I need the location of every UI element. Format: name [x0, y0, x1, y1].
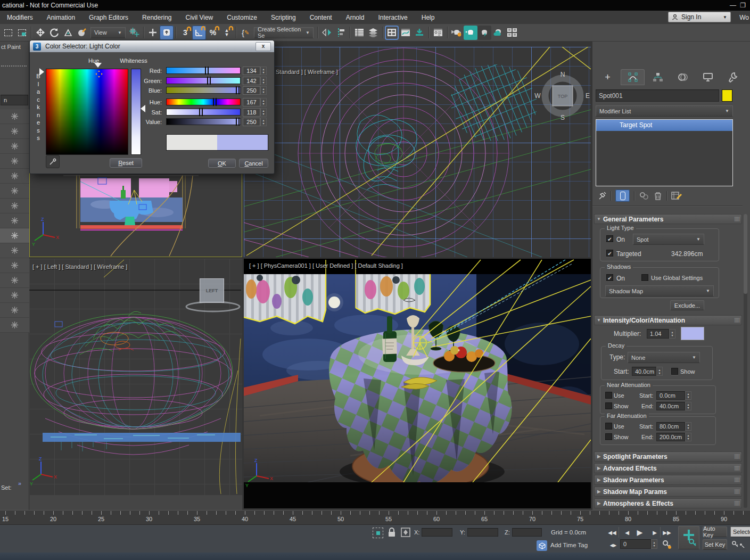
layer-explorer-icon[interactable] — [366, 26, 380, 40]
show-end-result-icon[interactable] — [615, 190, 630, 202]
absolute-mode-icon[interactable] — [400, 527, 411, 538]
sat-value[interactable]: 118 — [243, 108, 260, 117]
angle-snap-icon[interactable] — [192, 26, 206, 40]
minimize-icon[interactable]: — — [730, 0, 736, 11]
key-mode-toggle-icon[interactable] — [662, 540, 672, 549]
menu-content[interactable]: Content — [303, 11, 339, 24]
rollout-general-parameters[interactable]: ▼ General Parameters ⣿⣿ — [594, 214, 742, 224]
current-frame-field[interactable]: 0 — [620, 539, 651, 549]
viewport-label[interactable]: [ + ] [ PhysCamera001 ] [ User Defined ]… — [249, 262, 403, 269]
stack-item-target-spot[interactable]: Target Spot — [596, 120, 732, 131]
viewport-top-wireframe[interactable]: TOP N E S W Standard ] [ Wireframe ] — [244, 47, 591, 257]
drag-grip-icon[interactable]: ⣿⣿ — [734, 217, 739, 221]
near-end-spinner[interactable]: ▴▾ — [685, 402, 691, 410]
expand-arrows-icon[interactable]: » — [18, 480, 21, 487]
red-value[interactable]: 134 — [243, 67, 260, 75]
eyedropper-button[interactable] — [46, 155, 60, 168]
render-production-icon[interactable] — [450, 26, 464, 40]
use-pivot-center-icon[interactable] — [127, 26, 141, 40]
key-filters-icon[interactable] — [731, 540, 745, 549]
menu-interactive[interactable]: Interactive — [371, 11, 414, 24]
set-key-button[interactable]: Set Key — [703, 539, 727, 550]
menu-rendering[interactable]: Rendering — [135, 11, 178, 24]
rollout-advanced-effects[interactable]: ▶Advanced Effects⣿⣿ — [594, 463, 742, 473]
isolate-selection-icon[interactable] — [373, 528, 383, 538]
decay-start-field[interactable]: 40.0cm — [632, 367, 656, 376]
multiplier-spinner[interactable]: ▴▾ — [669, 329, 675, 339]
near-start-spinner[interactable]: ▴▾ — [685, 391, 691, 400]
viewport-camera-rendered[interactable]: ZXY [ + ] [ PhysCamera001 ] [ User Defin… — [244, 259, 591, 508]
dialog-title-bar[interactable]: 3 Color Selector: Light Color x — [30, 40, 274, 52]
hue-spinner[interactable]: ▴▾ — [260, 98, 267, 106]
object-color-swatch[interactable] — [722, 89, 732, 102]
play-icon[interactable]: ▶ — [632, 526, 647, 539]
reference-coordinate-dropdown[interactable]: View ▼ — [90, 27, 126, 38]
far-start-field[interactable]: 80.0cm — [656, 422, 685, 431]
go-to-start-icon[interactable]: ◀◀ — [606, 527, 619, 538]
viewport-left-wireframe[interactable]: ZXY [ + ] [ Left ] [ Standard ] [ Wirefr… — [29, 259, 242, 495]
spinner-snap-icon[interactable]: ▲▼ — [220, 26, 234, 40]
tab-modify[interactable] — [621, 69, 645, 85]
menu-arnold[interactable]: Arnold — [339, 11, 372, 24]
hue-slider[interactable] — [166, 98, 241, 105]
frame-spinner[interactable]: ▴▾ — [651, 539, 657, 549]
time-tag-cube-icon[interactable] — [537, 540, 547, 551]
multiplier-field[interactable]: 1.04 — [647, 329, 669, 339]
add-time-tag-label[interactable]: Add Time Tag — [550, 542, 588, 548]
render-setup-icon[interactable] — [431, 26, 445, 40]
green-value[interactable]: 142 — [243, 77, 260, 85]
select-and-move-icon[interactable] — [34, 26, 47, 40]
tab-motion[interactable] — [671, 69, 695, 85]
workspaces-label[interactable]: Wo — [739, 14, 749, 21]
cancel-button[interactable]: Cancel — [239, 159, 268, 168]
hue-value[interactable]: 167 — [243, 98, 260, 106]
shadow-type-dropdown[interactable]: Shadow Map ▼ — [605, 285, 714, 297]
menu-customize[interactable]: Customize — [220, 11, 264, 24]
light-type-dropdown[interactable]: Spot ▼ — [633, 234, 704, 245]
percent-snap-icon[interactable]: % — [206, 26, 220, 40]
render-iterative-icon[interactable] — [464, 26, 477, 40]
drag-grip-icon[interactable]: ⣿⣿ — [734, 477, 739, 482]
exclude-button[interactable]: Exclude... — [670, 300, 704, 310]
maximize-icon[interactable]: ❐ — [740, 0, 746, 11]
remove-modifier-icon[interactable] — [654, 191, 662, 201]
left-dock-item[interactable] — [0, 258, 29, 273]
near-end-field[interactable]: 40.0cm — [656, 402, 685, 410]
auto-key-button[interactable]: Auto Key — [703, 526, 727, 537]
rollout-spotlight-parameters[interactable]: ▶Spotlight Parameters⣿⣿ — [594, 451, 742, 462]
dock-grip[interactable] — [1, 65, 27, 67]
rollout-shadow-map-params[interactable]: ▶Shadow Map Params⣿⣿ — [594, 487, 742, 497]
selection-lock-icon[interactable] — [388, 527, 396, 538]
ok-button[interactable]: OK — [208, 159, 236, 168]
menu-civil-view[interactable]: Civil View — [178, 11, 220, 24]
blue-value[interactable]: 250 — [243, 86, 260, 95]
viewcube[interactable]: LEFT — [200, 278, 224, 303]
named-selection-set-dropdown[interactable]: Create Selection Se ▼ — [254, 27, 314, 38]
edit-named-selection-sets-icon[interactable]: {✎ — [238, 26, 252, 40]
drag-grip-icon[interactable]: ⣿⣿ — [734, 489, 739, 494]
ribbon-tab-object-paint[interactable]: ct Paint — [1, 44, 21, 50]
dock-field[interactable]: n — [1, 95, 28, 105]
use-global-settings-checkbox[interactable] — [641, 274, 648, 281]
keyboard-shortcut-override-icon[interactable] — [160, 26, 174, 40]
left-dock-item[interactable] — [0, 273, 29, 288]
left-dock-item[interactable] — [0, 124, 29, 139]
select-and-place-icon[interactable] — [75, 26, 89, 40]
align-icon[interactable] — [334, 26, 348, 40]
state-sets-icon[interactable] — [505, 26, 519, 40]
sat-spinner[interactable]: ▴▾ — [260, 108, 267, 117]
panel-scrollbar-thumb[interactable] — [744, 214, 747, 294]
select-region-icon[interactable] — [1, 26, 15, 40]
panel-scrollbar[interactable] — [744, 214, 747, 508]
rollout-atmospheres-effects[interactable]: ▶Atmospheres & Effects⣿⣿ — [594, 498, 742, 508]
left-dock-item[interactable] — [0, 154, 29, 169]
far-show-checkbox[interactable] — [605, 433, 612, 440]
near-use-checkbox[interactable] — [605, 392, 612, 399]
drag-grip-icon[interactable]: ⣿⣿ — [734, 501, 739, 506]
render-in-cloud-icon[interactable] — [491, 26, 505, 40]
left-dock-item[interactable] — [0, 288, 29, 303]
decay-start-spinner[interactable]: ▴▾ — [656, 367, 663, 376]
left-dock-item[interactable] — [0, 199, 29, 213]
near-start-field[interactable]: 0.0cm — [656, 391, 685, 400]
red-spinner[interactable]: ▴▾ — [260, 67, 267, 75]
